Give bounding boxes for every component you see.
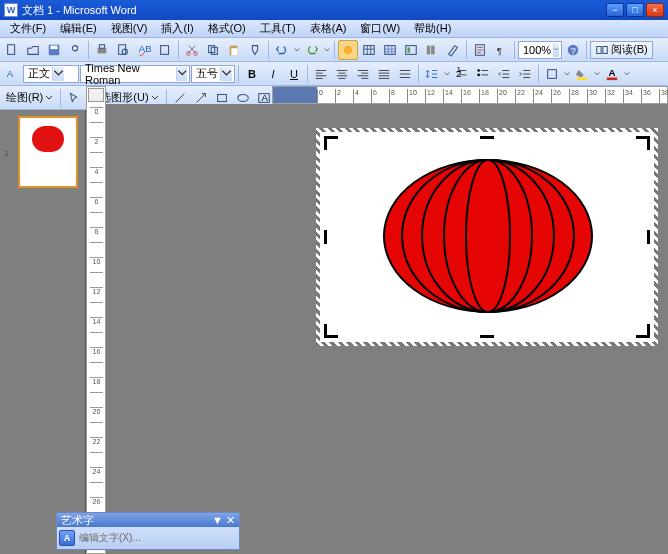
new-button[interactable] [2,40,22,60]
tables-button[interactable] [359,40,379,60]
justify-button[interactable] [374,64,394,84]
undo-drop[interactable] [293,47,301,53]
permission-button[interactable] [65,40,85,60]
page-thumbnail[interactable] [18,116,78,188]
tab-selector[interactable] [88,88,104,102]
bold-button[interactable]: B [242,64,262,84]
align-right-button[interactable] [353,64,373,84]
menu-help[interactable]: 帮助(H) [408,20,457,37]
menu-table[interactable]: 表格(A) [304,20,353,37]
font-color-button[interactable]: A [602,64,622,84]
line-spacing-button[interactable] [422,64,442,84]
svg-point-16 [344,45,353,54]
copy-button[interactable] [203,40,223,60]
drawing-menu[interactable]: 绘图(R) [2,89,57,107]
font-color-drop[interactable] [623,71,631,77]
read-label: 阅读(B) [611,42,648,57]
svg-point-58 [466,160,510,312]
svg-rect-32 [548,69,557,78]
columns-button[interactable] [422,40,442,60]
menu-format[interactable]: 格式(O) [202,20,252,37]
menu-edit[interactable]: 编辑(E) [54,20,103,37]
align-left-button[interactable] [311,64,331,84]
research-button[interactable] [155,40,175,60]
minimize-button[interactable]: − [606,3,624,17]
bullets-button[interactable] [473,64,493,84]
outdent-button[interactable] [494,64,514,84]
menu-view[interactable]: 视图(V) [105,20,154,37]
maximize-button[interactable]: □ [626,3,644,17]
excel-button[interactable] [401,40,421,60]
svg-rect-15 [231,48,237,55]
svg-point-7 [122,49,127,54]
style-combo[interactable]: 正文 [23,65,79,83]
crop-handle-tl[interactable] [324,136,342,154]
svg-text:A: A [261,91,268,102]
zoom-value: 100% [523,44,551,56]
undo-button[interactable] [272,40,292,60]
crop-handle-r[interactable] [647,230,650,244]
insert-wordart-button[interactable]: A [59,530,75,546]
menu-tools[interactable]: 工具(T) [254,20,302,37]
paste-button[interactable] [224,40,244,60]
crop-handle-br[interactable] [632,320,650,338]
spellcheck-button[interactable]: AB [134,40,154,60]
read-button[interactable]: 阅读(B) [590,41,653,59]
insert-table-button[interactable] [380,40,400,60]
menu-window[interactable]: 窗口(W) [354,20,406,37]
wordart-toolbar-header[interactable]: 艺术字 ▼ ✕ [57,513,239,527]
show-marks-button[interactable]: ¶ [491,40,511,60]
lantern-shape[interactable] [380,156,596,316]
highlight-drop[interactable] [593,71,601,77]
styles-pane-button[interactable]: A [2,64,22,84]
borders-drop[interactable] [563,71,571,77]
print-button[interactable] [92,40,112,60]
svg-point-37 [237,94,248,101]
help-button[interactable]: ? [563,40,583,60]
svg-rect-35 [607,77,618,80]
font-combo[interactable]: Times New Roman [80,65,190,83]
crop-handle-l[interactable] [324,230,327,244]
redo-drop[interactable] [323,47,331,53]
crop-handle-tr[interactable] [632,136,650,154]
wordart-toolbar[interactable]: 艺术字 ▼ ✕ A 编辑文字(X)... [56,512,240,550]
menu-file[interactable]: 文件(F) [4,20,52,37]
insert-hyperlink[interactable] [338,40,358,60]
crop-handle-b[interactable] [480,335,494,338]
formatting-toolbar: A 正文 Times New Roman 五号 B I U 12 A [0,62,668,86]
distributed-button[interactable] [395,64,415,84]
italic-button[interactable]: I [263,64,283,84]
select-objects-button[interactable] [64,88,84,108]
align-center-button[interactable] [332,64,352,84]
redo-button[interactable] [302,40,322,60]
numbering-button[interactable]: 12 [452,64,472,84]
svg-rect-18 [385,45,396,54]
doc-map-button[interactable] [470,40,490,60]
svg-rect-22 [431,45,435,54]
format-painter-button[interactable] [245,40,265,60]
size-combo[interactable]: 五号 [191,65,235,83]
svg-point-3 [72,45,77,50]
svg-rect-9 [161,45,169,54]
print-preview-button[interactable] [113,40,133,60]
borders-button[interactable] [542,64,562,84]
crop-handle-bl[interactable] [324,320,342,338]
svg-rect-21 [427,45,431,54]
cut-button[interactable] [182,40,202,60]
close-button[interactable]: × [646,3,664,17]
save-button[interactable] [44,40,64,60]
underline-button[interactable]: U [284,64,304,84]
line-spacing-drop[interactable] [443,71,451,77]
drawing-canvas[interactable] [320,132,654,342]
drawing-toolbar-button[interactable] [443,40,463,60]
open-button[interactable] [23,40,43,60]
zoom-combo[interactable]: 100% [518,41,562,59]
highlight-button[interactable] [572,64,592,84]
edit-text-button[interactable]: 编辑文字(X)... [77,531,143,545]
crop-handle-t[interactable] [480,136,494,139]
menu-insert[interactable]: 插入(I) [155,20,199,37]
wordart-title: 艺术字 [61,513,94,528]
svg-rect-20 [408,47,411,52]
svg-rect-5 [99,44,104,48]
indent-button[interactable] [515,64,535,84]
